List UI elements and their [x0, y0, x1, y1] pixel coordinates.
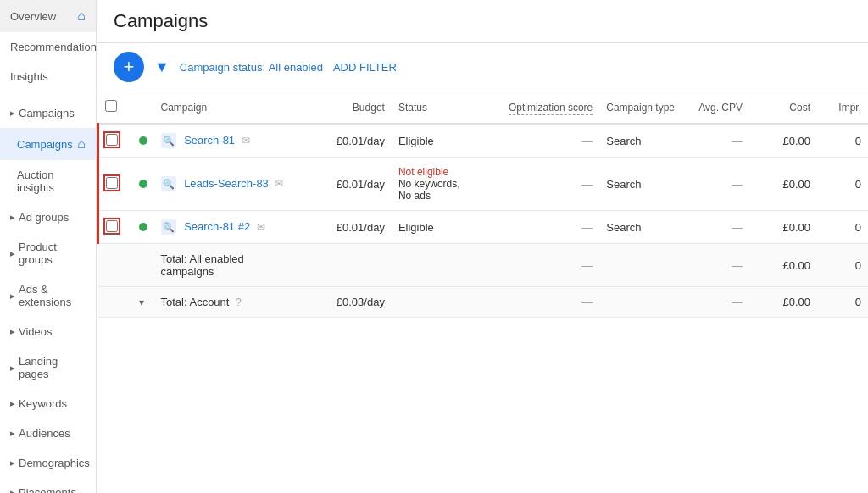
sidebar-item-landing-pages[interactable]: ▸ Landing pages: [0, 346, 96, 389]
campaign-link[interactable]: Search-81 #2: [184, 220, 250, 233]
row-impr-cell: 0: [817, 158, 868, 211]
row-status-dot-cell: [132, 211, 154, 244]
total-optimization: —: [502, 244, 599, 287]
expand-arrow-icon: ▸: [10, 398, 15, 409]
add-campaign-button[interactable]: +: [114, 52, 144, 82]
row-impr-cell: 0: [817, 211, 868, 244]
add-filter-button[interactable]: ADD FILTER: [333, 61, 397, 74]
row-checkbox-cell: [98, 124, 132, 158]
campaign-search-icon: 🔍: [161, 133, 176, 148]
expand-arrow-icon: ▸: [10, 457, 15, 468]
col-header-status-dot: [132, 91, 154, 124]
total-impr: 0: [817, 244, 868, 287]
row-campaign-cell: 🔍 Search-81 #2 ✉: [154, 211, 298, 244]
help-icon[interactable]: ?: [236, 296, 242, 308]
expand-arrow-icon: ▸: [10, 108, 15, 119]
status-dot: [139, 180, 147, 188]
total-account-budget: £0.03/day: [298, 287, 392, 318]
sidebar-item-label: Videos: [19, 325, 53, 338]
sidebar-item-campaigns-section[interactable]: ▸ Campaigns: [0, 98, 96, 128]
filter-label: Campaign status: All enabled: [180, 61, 323, 74]
sidebar-item-auction-insights[interactable]: Auction insights: [0, 160, 96, 202]
sidebar-item-label: Placements: [19, 486, 76, 493]
col-header-impr: Impr.: [817, 91, 868, 124]
sidebar-item-keywords[interactable]: ▸ Keywords: [0, 389, 96, 418]
row-checkbox[interactable]: [106, 134, 118, 146]
sidebar: Overview ⌂ Recommendations Insights ▸ Ca…: [0, 0, 97, 493]
row-optimization-cell: —: [502, 124, 599, 158]
row-optimization-cell: —: [502, 158, 599, 211]
table-row: 🔍 Leads-Search-83 ✉ £0.01/day Not eligib…: [98, 158, 869, 211]
row-checkbox[interactable]: [106, 177, 118, 189]
total-account-row: ▾ Total: Account ? £0.03/day — —: [98, 287, 869, 318]
select-all-checkbox[interactable]: [105, 100, 117, 112]
col-header-optimization: Optimization score: [502, 91, 599, 124]
status-dot: [139, 223, 147, 231]
total-account-impr: 0: [817, 287, 868, 318]
campaign-search-icon: 🔍: [161, 176, 176, 191]
filter-icon[interactable]: ▼: [154, 58, 170, 76]
expand-arrow-icon: ▸: [10, 428, 15, 439]
table-row: 🔍 Search-81 #2 ✉ £0.01/day Eligible — Se…: [98, 211, 869, 244]
row-status-cell: Not eligible No keywords, No ads: [392, 158, 502, 211]
total-account-label: Total: Account ?: [154, 287, 298, 318]
row-type-cell: Search: [599, 124, 682, 158]
collapse-icon[interactable]: ▾: [139, 296, 144, 308]
sidebar-item-videos[interactable]: ▸ Videos: [0, 317, 96, 346]
col-header-budget: Budget: [298, 91, 392, 124]
expand-arrow-icon: ▸: [10, 326, 15, 337]
sidebar-item-label: Recommendations: [10, 41, 97, 53]
row-status-dot-cell: [132, 124, 154, 158]
status-label: Eligible: [398, 135, 434, 147]
sidebar-item-label: Campaigns: [17, 138, 73, 151]
row-cost-cell: £0.00: [749, 158, 817, 211]
home-icon: ⌂: [77, 8, 86, 24]
total-account-cost: £0.00: [749, 287, 817, 318]
sidebar-item-label: Insights: [10, 70, 48, 83]
col-header-checkbox: [98, 91, 132, 124]
row-optimization-cell: —: [502, 211, 599, 244]
sidebar-item-product-groups[interactable]: ▸ Product groups: [0, 232, 96, 274]
sidebar-item-label: Audiences: [19, 427, 70, 440]
sidebar-item-overview[interactable]: Overview ⌂: [0, 0, 96, 32]
sidebar-item-label: Demographics: [19, 457, 90, 469]
sidebar-item-label: Ad groups: [19, 211, 69, 224]
row-campaign-cell: 🔍 Search-81 ✉: [154, 124, 298, 158]
optimization-header-label: Optimization score: [509, 102, 593, 115]
sidebar-item-label: Overview: [10, 10, 56, 23]
page-title: Campaigns: [114, 10, 851, 32]
total-cost: £0.00: [749, 244, 817, 287]
sidebar-item-recommendations[interactable]: Recommendations: [0, 32, 96, 62]
campaign-link[interactable]: Leads-Search-83: [184, 177, 269, 190]
sidebar-item-insights[interactable]: Insights: [0, 62, 96, 91]
col-header-status: Status: [392, 91, 502, 124]
sidebar-item-ad-groups[interactable]: ▸ Ad groups: [0, 202, 96, 232]
sidebar-item-label: Keywords: [19, 397, 67, 410]
filter-value: All enabled: [269, 61, 323, 74]
sidebar-item-placements[interactable]: ▸ Placements: [0, 478, 96, 493]
campaign-search-icon: 🔍: [161, 219, 176, 235]
sidebar-item-audiences[interactable]: ▸ Audiences: [0, 418, 96, 448]
main-content: Campaigns + ▼ Campaign status: All enabl…: [97, 0, 868, 493]
campaign-link[interactable]: Search-81: [184, 134, 235, 147]
sidebar-item-label: Ads & extensions: [19, 283, 86, 308]
sidebar-item-campaigns[interactable]: Campaigns ⌂: [0, 128, 96, 160]
sidebar-item-ads-extensions[interactable]: ▸ Ads & extensions: [0, 274, 96, 317]
row-type-cell: Search: [599, 158, 682, 211]
expand-arrow-icon: ▸: [10, 212, 15, 223]
col-header-avg-cpv: Avg. CPV: [682, 91, 749, 124]
sidebar-item-demographics[interactable]: ▸ Demographics: [0, 448, 96, 478]
status-detail-label: No keywords,: [398, 178, 495, 190]
status-not-eligible-label: Not eligible: [398, 166, 495, 178]
envelope-icon: ✉: [257, 221, 265, 233]
campaigns-table: Campaign Budget Status Optimization scor…: [97, 91, 868, 318]
row-cost-cell: £0.00: [749, 124, 817, 158]
campaigns-table-area: Campaign Budget Status Optimization scor…: [97, 91, 868, 493]
col-header-cost: Cost: [749, 91, 817, 124]
row-campaign-cell: 🔍 Leads-Search-83 ✉: [154, 158, 298, 211]
row-checkbox[interactable]: [106, 220, 118, 232]
page-header: Campaigns: [97, 0, 868, 43]
row-status-dot-cell: [132, 158, 154, 211]
row-budget-cell: £0.01/day: [298, 124, 392, 158]
table-header-row: Campaign Budget Status Optimization scor…: [98, 91, 869, 124]
